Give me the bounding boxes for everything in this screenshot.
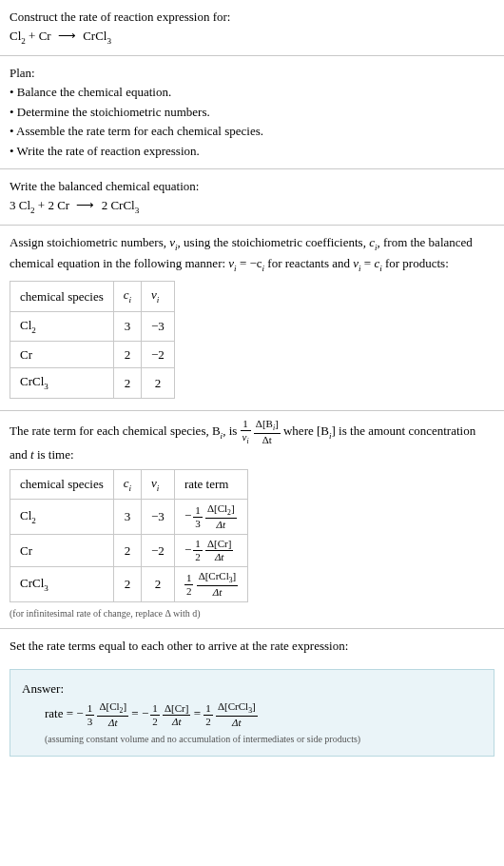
- equals: =: [128, 706, 142, 720]
- close: ]: [233, 570, 237, 581]
- sub: 3: [135, 205, 140, 214]
- sub-i: i: [157, 483, 160, 493]
- sub: 2: [31, 516, 36, 525]
- fraction: Δ[Cl2]Δt: [205, 503, 237, 530]
- close: ]: [275, 418, 279, 429]
- species: CrCl: [20, 374, 44, 388]
- cell-ci: 3: [113, 311, 141, 341]
- cell-ci: 2: [113, 368, 141, 398]
- cell-species: Cr: [10, 341, 114, 368]
- numerator: Δ[Cr]: [163, 703, 190, 716]
- cell-ci: 2: [113, 341, 141, 368]
- fraction: Δ[CrCl3]Δt: [197, 571, 239, 598]
- fraction: 13: [86, 703, 95, 727]
- cell-species: Cl2: [10, 500, 114, 535]
- fraction: Δ[Cr]Δt: [205, 539, 233, 562]
- cell-nui: 2: [142, 567, 175, 602]
- sub-i: i: [129, 483, 132, 493]
- stoich-section: Assign stoichiometric numbers, νi, using…: [0, 226, 504, 410]
- text: Assign stoichiometric numbers,: [10, 235, 169, 249]
- denominator: Δt: [254, 434, 281, 445]
- balanced-section: Write the balanced chemical equation: 3 …: [0, 169, 504, 225]
- stoich-intro: Assign stoichiometric numbers, νi, using…: [10, 233, 494, 275]
- stoich-table: chemical species ci νi Cl2 3 −3 Cr 2 −2 …: [10, 281, 175, 398]
- cell-ci: 3: [113, 500, 141, 535]
- conc: Δ[CrCl: [218, 700, 248, 712]
- numerator: 1: [204, 703, 213, 716]
- cell-nui: 2: [142, 368, 175, 398]
- cell-rate: −13 Δ[Cl2]Δt: [174, 500, 247, 535]
- text: for reactants and: [264, 256, 353, 270]
- numerator: Δ[Bi]: [254, 419, 281, 434]
- cell-species: Cr: [10, 535, 114, 567]
- cell-nui: −3: [142, 500, 175, 535]
- col-nui: νi: [142, 470, 175, 500]
- product: 2 CrCl: [98, 198, 134, 212]
- unbalanced-equation: Cl2 + Cr ⟶ CrCl3: [10, 27, 494, 48]
- denominator: Δt: [97, 717, 128, 728]
- sub: 3: [44, 382, 48, 391]
- denominator: Δt: [163, 716, 190, 727]
- arrow-icon: ⟶: [58, 27, 76, 46]
- minus: −: [184, 542, 191, 557]
- fraction: 12: [150, 703, 160, 727]
- table-row: CrCl3 2 2: [10, 368, 175, 398]
- sub-i: i: [359, 264, 361, 273]
- fraction: 13: [193, 505, 203, 529]
- sub-i: i: [157, 295, 160, 305]
- denominator: 2: [193, 551, 203, 562]
- delta-b: Δ[B: [256, 418, 273, 429]
- fraction: Δ[Cl2]Δt: [97, 701, 128, 728]
- fraction: 12: [184, 573, 194, 597]
- answer-box: Answer: rate = −13 Δ[Cl2]Δt = −12 Δ[Cr]Δ…: [10, 669, 494, 757]
- cell-rate: −12 Δ[Cr]Δt: [174, 535, 247, 567]
- text: , using the stoichiometric coefficients,: [178, 235, 370, 249]
- text: The rate term for each chemical species,…: [10, 423, 221, 438]
- table-row: Cl2 3 −3: [10, 311, 175, 341]
- col-species: chemical species: [10, 470, 114, 500]
- numerator: 1: [241, 419, 251, 431]
- denominator: Δt: [205, 519, 237, 530]
- rateterm-intro: The rate term for each chemical species,…: [10, 419, 494, 463]
- numerator: Δ[Cl2]: [205, 503, 237, 519]
- minus: −: [142, 706, 148, 720]
- rateterm-table: chemical species ci νi rate term Cl2 3 −…: [10, 469, 248, 602]
- rateterm-section: The rate term for each chemical species,…: [0, 411, 504, 628]
- numerator: Δ[Cr]: [205, 539, 233, 551]
- sub: 3: [107, 35, 111, 45]
- plan-list: • Balance the chemical equation. • Deter…: [10, 83, 494, 160]
- answer-label: Answer:: [22, 679, 482, 699]
- equals: =: [190, 706, 204, 720]
- denominator: 3: [193, 518, 203, 529]
- denominator: 3: [86, 716, 95, 727]
- prompt-header: Construct the rate of reaction expressio…: [0, 0, 504, 55]
- sub: 3: [44, 583, 48, 593]
- plus-cr: + Cr: [26, 29, 54, 43]
- species: Cl: [20, 508, 31, 522]
- fraction: 12: [204, 703, 213, 727]
- cell-nui: −2: [142, 341, 175, 368]
- col-rate: rate term: [174, 470, 247, 500]
- balanced-equation: 3 Cl2 + 2 Cr ⟶ 2 CrCl3: [10, 196, 494, 217]
- table-row: Cl2 3 −3 −13 Δ[Cl2]Δt: [10, 500, 248, 535]
- cell-ci: 2: [113, 567, 141, 602]
- denominator: νi: [241, 431, 251, 445]
- reactant-cl: Cl: [10, 29, 21, 43]
- text: for products:: [382, 256, 449, 270]
- denominator: 2: [184, 585, 194, 597]
- cell-nui: −2: [142, 535, 175, 567]
- sub-i: i: [129, 295, 132, 305]
- species: Cl: [20, 318, 31, 332]
- table-row: Cr 2 −2 −12 Δ[Cr]Δt: [10, 535, 248, 567]
- table-row: Cr 2 −2: [10, 341, 175, 368]
- close: ]: [123, 700, 126, 712]
- close: ]: [252, 700, 256, 712]
- cell-species: CrCl3: [10, 567, 114, 602]
- numerator: 1: [184, 573, 194, 585]
- close: ]: [231, 502, 235, 514]
- minus: −: [76, 706, 83, 720]
- denominator: Δt: [216, 717, 258, 728]
- denominator: 2: [150, 716, 160, 727]
- cell-nui: −3: [142, 311, 175, 341]
- fraction: Δ[Bi]Δt: [254, 419, 281, 445]
